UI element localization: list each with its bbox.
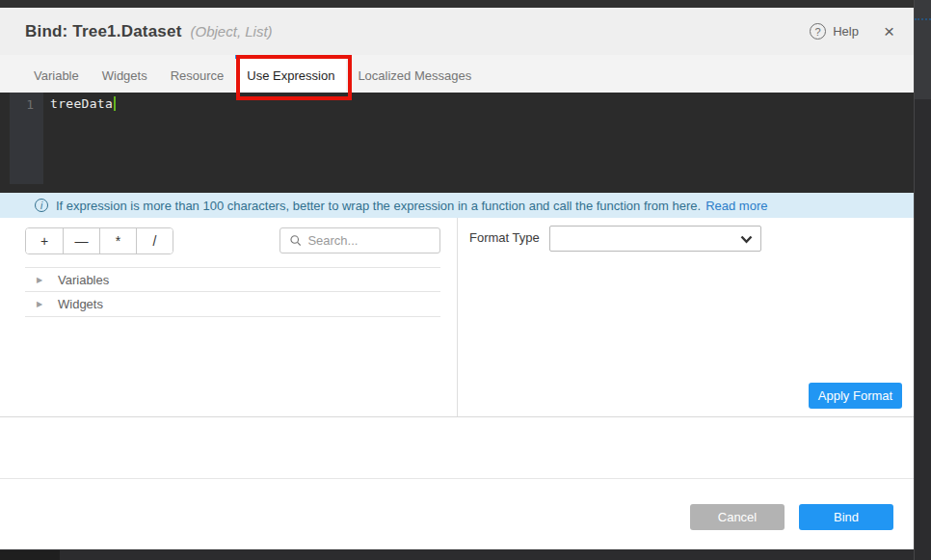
search-icon: [290, 234, 301, 247]
operator-button-group: + — * /: [25, 227, 173, 254]
collapsed-triangle-icon[interactable]: ▶: [37, 300, 46, 308]
background-bottom-strip: [0, 549, 914, 560]
bind-sources-tree: ▶ Variables ▶ Widgets: [25, 267, 440, 317]
cancel-button[interactable]: Cancel: [690, 504, 785, 530]
background-bottom-left-block: [0, 550, 60, 560]
collapsed-triangle-icon[interactable]: ▶: [37, 276, 46, 284]
dialog-footer: Cancel Bind: [0, 479, 914, 549]
background-dotted-selection-line: [915, 18, 931, 20]
minus-operator-button[interactable]: —: [63, 228, 99, 253]
format-type-label: Format Type: [469, 230, 540, 245]
info-icon: i: [35, 199, 48, 212]
titlebar-actions: ? Help ×: [810, 22, 894, 40]
expression-code-editor[interactable]: 1 treeData: [0, 93, 914, 193]
tab-localized-messages[interactable]: Localized Messages: [346, 55, 483, 93]
help-icon[interactable]: ?: [810, 23, 826, 40]
info-bar: i If expression is more than 100 charact…: [0, 193, 914, 218]
expression-helpers-panel: + — * / ▶ Variables ▶ Widgets: [0, 218, 457, 416]
tab-widgets[interactable]: Widgets: [91, 55, 159, 93]
plus-operator-button[interactable]: +: [26, 228, 63, 253]
multiply-operator-button[interactable]: *: [99, 228, 136, 253]
divide-operator-button[interactable]: /: [136, 228, 173, 253]
bind-dialog: Bind: Tree1.Dataset (Object, List) ? Hel…: [0, 8, 914, 549]
info-message: If expression is more than 100 character…: [56, 199, 701, 213]
format-panel: Format Type Apply Format: [457, 218, 914, 416]
close-icon[interactable]: ×: [884, 22, 894, 40]
background-top-strip: [0, 0, 931, 8]
tab-variable[interactable]: Variable: [22, 55, 91, 93]
dialog-content: + — * / ▶ Variables ▶ Widgets: [0, 218, 914, 417]
editor-line-number: 1: [10, 97, 34, 112]
search-input[interactable]: [307, 233, 432, 248]
tab-resource[interactable]: Resource: [159, 55, 236, 93]
editor-code-line: treeData: [50, 96, 116, 111]
tree-item-label: Variables: [58, 273, 109, 287]
tab-bar: Variable Widgets Resource Use Expression…: [0, 55, 914, 93]
chevron-down-icon: [740, 235, 753, 244]
help-label[interactable]: Help: [833, 24, 859, 39]
empty-section: [0, 417, 914, 479]
background-right-strip-upper: [915, 0, 931, 99]
tree-item-label: Widgets: [58, 297, 103, 311]
tab-use-expression[interactable]: Use Expression: [235, 55, 346, 93]
search-box: [279, 227, 440, 253]
format-type-select[interactable]: [549, 226, 761, 252]
text-cursor: [114, 96, 116, 111]
bind-button[interactable]: Bind: [799, 504, 893, 530]
tree-item-widgets[interactable]: ▶ Widgets: [25, 292, 440, 317]
read-more-link[interactable]: Read more: [705, 199, 767, 213]
apply-format-button[interactable]: Apply Format: [809, 383, 902, 409]
expression-text: treeData: [50, 96, 113, 111]
dialog-subtitle: (Object, List): [191, 23, 273, 40]
dialog-title: Bind: Tree1.Dataset: [25, 22, 182, 41]
tree-item-variables[interactable]: ▶ Variables: [25, 267, 440, 292]
dialog-titlebar: Bind: Tree1.Dataset (Object, List) ? Hel…: [0, 8, 914, 55]
